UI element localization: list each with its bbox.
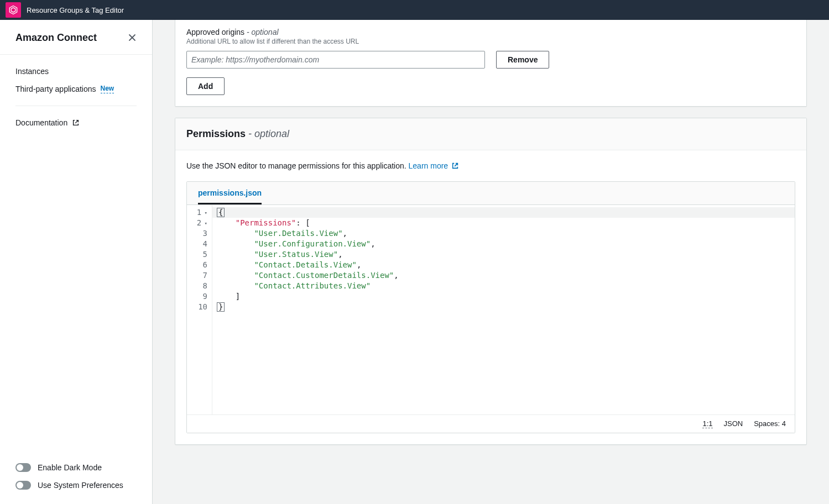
permissions-description: Use the JSON editor to manage permission… (186, 161, 795, 170)
nav-documentation[interactable]: Documentation (0, 114, 152, 132)
svg-marker-0 (9, 6, 17, 14)
permissions-title: Permissions (186, 128, 246, 139)
system-prefs-toggle[interactable] (15, 481, 31, 490)
top-bar: Resource Groups & Tag Editor (0, 0, 829, 20)
code-line-3: "User.Details.View" (217, 229, 343, 238)
editor-area[interactable]: 1 2 3 4 5 6 7 8 9 10 { "Permissions": [ (187, 205, 795, 415)
approved-origins-description: Additional URL to allow list if differen… (186, 38, 795, 45)
main-content: Approved origins - optional Additional U… (153, 20, 829, 504)
new-badge: New (101, 85, 114, 93)
sidebar: Amazon Connect Instances Third-party app… (0, 20, 153, 504)
editor-gutter: 1 2 3 4 5 6 7 8 9 10 (187, 205, 212, 414)
external-link-icon (451, 162, 459, 170)
dark-mode-toggle[interactable] (15, 463, 31, 472)
editor-status-bar: 1:1 JSON Spaces: 4 (187, 415, 795, 433)
code-line-9: ] (217, 292, 240, 301)
system-prefs-row: Use System Preferences (15, 476, 137, 494)
code-key: "Permissions" (236, 218, 296, 227)
svg-marker-1 (11, 8, 15, 12)
nav-documentation-label: Documentation (15, 118, 67, 127)
editor-indent: Spaces: 4 (754, 419, 786, 428)
learn-more-text: Learn more (409, 161, 449, 170)
sidebar-footer: Enable Dark Mode Use System Preferences (0, 453, 152, 504)
dark-mode-label: Enable Dark Mode (38, 463, 102, 472)
sidebar-close-button[interactable] (126, 31, 139, 44)
permissions-description-text: Use the JSON editor to manage permission… (186, 161, 409, 170)
permissions-panel: Permissions - optional Use the JSON edit… (175, 118, 807, 445)
code-line-2a (217, 218, 236, 227)
dark-mode-row: Enable Dark Mode (15, 459, 137, 476)
approved-origins-panel: Approved origins - optional Additional U… (175, 20, 807, 107)
code-line-7: "Contact.CustomerDetails.View" (217, 271, 394, 280)
service-icon (6, 2, 21, 18)
code-line-5: "User.Status.View" (217, 250, 338, 259)
code-line-8: "Contact.Attributes.View" (217, 281, 371, 290)
nav-third-party-label: Third-party applications (15, 85, 96, 93)
system-prefs-label: Use System Preferences (38, 481, 123, 490)
approved-origins-label: Approved origins - optional (186, 28, 795, 36)
editor-code[interactable]: { "Permissions": [ "User.Details.View", … (212, 205, 795, 414)
permissions-optional: - optional (246, 128, 289, 139)
code-line-10: } (217, 302, 225, 312)
cursor-position: 1:1 (702, 419, 712, 428)
add-origin-button[interactable]: Add (186, 77, 225, 95)
json-editor: permissions.json 1 2 3 4 5 6 7 8 9 (186, 181, 795, 433)
sidebar-title: Amazon Connect (15, 32, 97, 44)
learn-more-link[interactable]: Learn more (409, 161, 459, 170)
permissions-header: Permissions - optional (175, 118, 806, 150)
top-bar-title: Resource Groups & Tag Editor (27, 6, 124, 14)
approved-origins-label-text: Approved origins (186, 28, 244, 36)
approved-origins-input-row: Remove (186, 51, 795, 69)
code-line-6: "Contact.Details.View" (217, 260, 357, 269)
external-link-icon (72, 119, 80, 127)
nav-instances-label: Instances (15, 67, 49, 76)
remove-origin-button[interactable]: Remove (496, 51, 549, 69)
code-line-2b: : [ (296, 218, 310, 227)
editor-language: JSON (724, 419, 743, 428)
nav-instances[interactable]: Instances (0, 62, 152, 80)
sidebar-divider (15, 106, 137, 106)
sidebar-header: Amazon Connect (0, 20, 152, 55)
code-line-1: { (217, 208, 225, 217)
approved-origin-input[interactable] (186, 51, 485, 69)
close-icon (128, 33, 137, 42)
sidebar-nav: Instances Third-party applications New D… (0, 55, 152, 132)
code-line-4: "User.Configuration.View" (217, 239, 371, 248)
editor-tabs: permissions.json (187, 182, 795, 205)
nav-third-party-apps[interactable]: Third-party applications New (0, 80, 152, 98)
editor-tab-permissions[interactable]: permissions.json (198, 182, 262, 204)
approved-origins-optional: - optional (247, 28, 279, 36)
